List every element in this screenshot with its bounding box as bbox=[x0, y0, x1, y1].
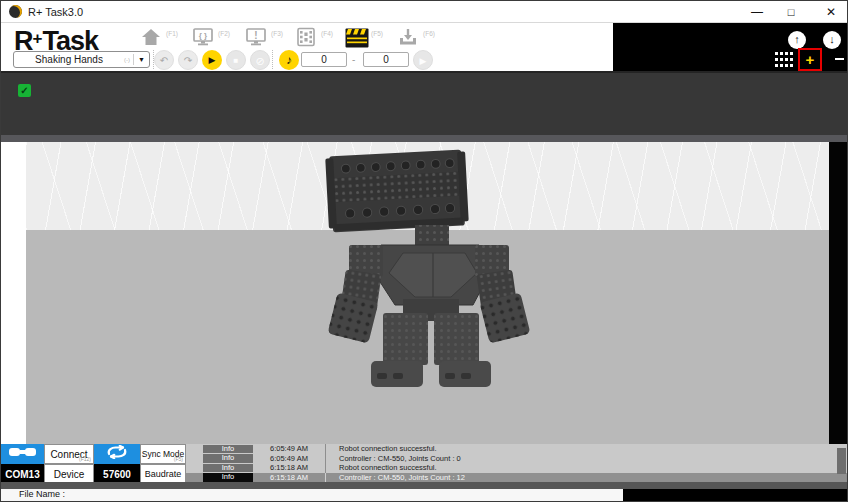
log-message: Controller : CM-550, Joints Count : 12 bbox=[325, 473, 847, 483]
upload-button[interactable]: ↑ bbox=[788, 31, 806, 49]
log-time: 6:05:49 AM bbox=[253, 454, 325, 463]
download-arrow-icon: ↓ bbox=[829, 33, 835, 45]
log-level: Info bbox=[203, 473, 253, 482]
add-frame-button-highlighted[interactable]: + bbox=[798, 48, 822, 71]
undo-button[interactable]: ↶ bbox=[154, 50, 174, 70]
nav-download-task[interactable]: (F6) bbox=[396, 27, 422, 49]
task-code-monitor-icon: { } bbox=[191, 27, 217, 47]
sync-arrows-icon bbox=[104, 445, 130, 463]
sync-mode-shortcut: (F5) bbox=[174, 456, 183, 462]
nav-download-shortcut: (F6) bbox=[423, 30, 435, 37]
nav-output-monitor[interactable]: ! (F3) bbox=[244, 27, 270, 49]
log-time: 6:15:18 AM bbox=[253, 463, 325, 472]
svg-text:{ }: { } bbox=[199, 31, 207, 40]
nav-motion-active[interactable]: (F5) bbox=[344, 27, 370, 49]
cancel-button[interactable]: ⊘ bbox=[250, 50, 270, 70]
check-status-icon[interactable]: ✓ bbox=[18, 84, 31, 97]
device-button[interactable]: Device bbox=[44, 464, 94, 484]
music-note-button[interactable]: ♪ bbox=[279, 50, 299, 70]
frame-grid-button[interactable] bbox=[774, 51, 795, 72]
separator bbox=[272, 50, 273, 69]
nav-home-shortcut: (F1) bbox=[166, 30, 178, 37]
log-level: Info bbox=[203, 464, 253, 473]
nav-motion-shortcut: (F5) bbox=[371, 30, 383, 37]
log-level: Info bbox=[203, 454, 253, 463]
nav-media-shortcut: (F4) bbox=[321, 30, 333, 37]
log-row[interactable]: Info 6:05:49 AM Controller : CM-550, Joi… bbox=[186, 454, 847, 464]
log-row-selected[interactable]: Info 6:15:18 AM Controller : CM-550, Joi… bbox=[186, 473, 847, 483]
motion-clapper-icon bbox=[344, 27, 370, 49]
stop-button[interactable]: ■ bbox=[226, 50, 246, 70]
baudrate-value[interactable]: 57600 bbox=[94, 464, 140, 484]
svg-text:!: ! bbox=[254, 30, 257, 41]
title-bar bbox=[1, 1, 847, 23]
nav-task-code[interactable]: { } (F2) bbox=[191, 27, 217, 49]
nav-output-monitor-shortcut: (F3) bbox=[271, 30, 283, 37]
logo-plus: + bbox=[33, 29, 43, 48]
minimize-button[interactable]: — bbox=[744, 3, 770, 21]
film-grid-icon bbox=[774, 54, 795, 71]
home-icon bbox=[139, 27, 165, 47]
com-port-value[interactable]: COM13 bbox=[1, 464, 44, 484]
window-title: R+ Task3.0 bbox=[28, 6, 83, 18]
output-monitor-icon: ! bbox=[244, 27, 270, 47]
download-button[interactable]: ↓ bbox=[823, 31, 841, 49]
nav-home[interactable]: (F1) bbox=[139, 27, 165, 49]
timeline-panel: ✓ bbox=[1, 71, 848, 135]
sync-mode-button[interactable]: Sync Mode (F5) bbox=[140, 444, 186, 464]
dash-icon bbox=[835, 58, 844, 60]
play-frame-button[interactable]: ▶ bbox=[413, 50, 433, 70]
frame-start-input[interactable] bbox=[301, 52, 347, 67]
file-name-label: File Name : bbox=[19, 489, 65, 499]
play-button[interactable]: ▶ bbox=[202, 50, 222, 70]
log-panel: Info 6:05:49 AM Robot connection success… bbox=[186, 444, 847, 482]
file-name-bar bbox=[1, 489, 623, 501]
maximize-button[interactable]: □ bbox=[778, 3, 804, 21]
connect-port-button[interactable] bbox=[1, 444, 44, 464]
robot-3d-model[interactable] bbox=[319, 145, 539, 399]
frame-end-input[interactable] bbox=[363, 52, 409, 67]
frame-range-dash: - bbox=[352, 54, 355, 65]
log-row[interactable]: Info 6:05:49 AM Robot connection success… bbox=[186, 444, 847, 454]
log-message: Robot connection successful. bbox=[325, 463, 847, 473]
file-name-bar-dark bbox=[623, 489, 848, 501]
log-level: Info bbox=[203, 445, 253, 454]
log-time: 6:05:49 AM bbox=[253, 444, 325, 453]
connect-shortcut: (F12) bbox=[79, 456, 91, 462]
upload-arrow-icon: ↑ bbox=[794, 33, 800, 45]
log-message: Robot connection successful. bbox=[325, 444, 847, 454]
connector-plug-icon bbox=[8, 445, 38, 463]
motion-select-value: Shaking Hands bbox=[14, 54, 124, 65]
plus-icon: + bbox=[806, 51, 815, 68]
robot-head bbox=[325, 149, 469, 232]
app-window: R+ Task3.0 — □ ✕ R+Task (F1) { } (F2) ! … bbox=[0, 0, 848, 502]
sync-toggle-button[interactable] bbox=[94, 444, 140, 464]
motion-select[interactable]: Shaking Hands (-) ▼ bbox=[13, 51, 150, 68]
connect-button[interactable]: Connect (F12) bbox=[44, 444, 94, 464]
log-time: 6:15:18 AM bbox=[253, 473, 325, 482]
log-row[interactable]: Info 6:15:18 AM Robot connection success… bbox=[186, 463, 847, 473]
media-film-icon bbox=[294, 27, 320, 47]
motion-select-hint: (-) bbox=[124, 57, 130, 63]
download-task-icon bbox=[396, 27, 422, 47]
viewport-side-bar bbox=[829, 142, 847, 482]
nav-media[interactable]: (F4) bbox=[294, 27, 320, 49]
bottom-divider bbox=[1, 482, 848, 489]
log-message: Controller : CM-550, Joints Count : 0 bbox=[325, 454, 847, 464]
panel-divider bbox=[1, 135, 848, 142]
log-scrollbar-thumb[interactable] bbox=[837, 448, 846, 474]
app-icon bbox=[9, 5, 22, 18]
nav-task-code-shortcut: (F2) bbox=[218, 30, 230, 37]
close-button[interactable]: ✕ bbox=[818, 3, 844, 21]
chevron-down-icon[interactable]: ▼ bbox=[133, 54, 149, 65]
baudrate-button[interactable]: Baudrate bbox=[140, 464, 186, 484]
redo-button[interactable]: ↷ bbox=[178, 50, 198, 70]
